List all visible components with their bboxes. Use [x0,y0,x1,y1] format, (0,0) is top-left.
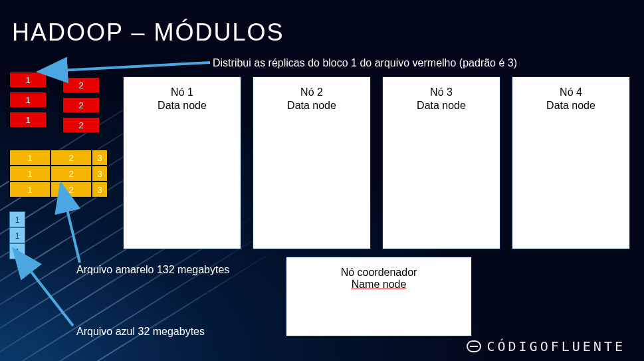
coordinator-node: Nó coordenador Name node [286,257,472,336]
branding-text: CÓDIGOFLUENTE [486,338,625,354]
red-block-1b: 1 [9,92,47,108]
arrow-blue-icon [27,266,73,326]
node-2-subtitle: Data node [253,100,370,112]
blue-block-2: 1 [9,243,25,259]
node-4: Nó 4 Data node [512,76,630,249]
node-4-title: Nó 4 [512,86,629,98]
arrow-yellow-icon [66,204,80,263]
coordinator-subtitle: Name node [286,279,471,291]
red-block-2a: 2 [62,77,100,93]
page-title: HADOOP – MÓDULOS [12,19,284,47]
red-block-1c: 1 [9,112,47,128]
node-3-title: Nó 3 [383,86,500,98]
node-1: Nó 1 Data node [123,76,241,249]
yellow-block-r1c2: 3 [92,166,108,181]
node-3-subtitle: Data node [383,100,500,112]
yellow-block-r2c0: 1 [9,181,51,197]
yellow-file-annotation: Arquivo amarelo 132 megabytes [76,264,229,276]
yellow-block-r0c2: 3 [92,150,108,166]
yellow-block-r0c0: 1 [9,150,51,166]
node-4-subtitle: Data node [512,100,629,112]
yellow-block-r2c2: 3 [92,181,108,197]
node-1-subtitle: Data node [124,100,241,112]
blue-file-annotation: Arquivo azul 32 megabytes [76,326,205,338]
yellow-block-r1c0: 1 [9,166,51,181]
distribute-annotation: Distribui as réplicas do bloco 1 do arqu… [213,57,517,69]
branding: CÓDIGOFLUENTE [467,338,625,354]
coordinator-title: Nó coordenador [286,267,471,279]
red-block-2c: 2 [62,117,100,133]
red-block-1a: 1 [9,72,47,88]
node-2: Nó 2 Data node [253,76,371,249]
yellow-block-r2c1: 2 [51,181,92,197]
red-block-2b: 2 [62,97,100,113]
node-1-title: Nó 1 [124,86,241,98]
arrow-distribute-icon [60,62,210,70]
yellow-block-r0c1: 2 [51,150,92,166]
blue-block-1: 1 [9,227,25,243]
brand-logo-icon [467,340,481,352]
node-2-title: Nó 2 [253,86,370,98]
yellow-block-r1c1: 2 [51,166,92,181]
node-3: Nó 3 Data node [382,76,500,249]
blue-block-0: 1 [9,211,25,227]
